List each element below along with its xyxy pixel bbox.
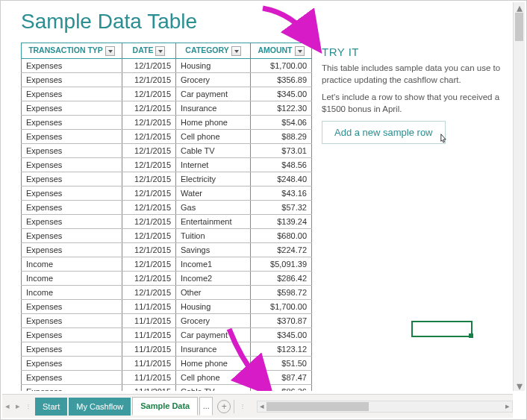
filter-dropdown-icon[interactable]	[295, 46, 305, 56]
cell-dt[interactable]: 12/1/2015	[122, 72, 176, 87]
scroll-left-icon[interactable]: ◂	[258, 401, 266, 412]
cell-am[interactable]: $57.32	[251, 200, 312, 214]
cell-dt[interactable]: 11/1/2015	[122, 370, 176, 384]
cell-ct[interactable]: Home phone	[176, 356, 251, 370]
table-row[interactable]: Expenses12/1/2015Insurance$122.30	[22, 101, 312, 115]
table-row[interactable]: Expenses12/1/2015Cable TV$73.01	[22, 143, 312, 157]
cell-tt[interactable]: Expenses	[22, 87, 122, 101]
filter-dropdown-icon[interactable]	[155, 46, 165, 56]
cell-dt[interactable]: 12/1/2015	[122, 172, 176, 186]
scroll-thumb[interactable]	[515, 13, 523, 41]
cell-dt[interactable]: 12/1/2015	[122, 186, 176, 200]
tab-start[interactable]: Start	[35, 398, 67, 416]
cell-dt[interactable]: 12/1/2015	[122, 58, 176, 72]
tab-nav-next-icon[interactable]: ▸	[13, 401, 23, 411]
tab-nav-prev-icon[interactable]: ◂	[2, 401, 13, 411]
cell-tt[interactable]: Expenses	[22, 242, 122, 257]
table-row[interactable]: Income12/1/2015Other$598.72	[22, 285, 312, 299]
cell-ct[interactable]: Electricity	[176, 172, 251, 186]
cell-dt[interactable]: 11/1/2015	[122, 356, 176, 370]
cell-tt[interactable]: Income	[22, 285, 122, 299]
cell-tt[interactable]: Expenses	[22, 172, 122, 186]
cell-tt[interactable]: Expenses	[22, 200, 122, 214]
cell-am[interactable]: $598.72	[251, 285, 312, 299]
cell-ct[interactable]: Housing	[176, 299, 251, 313]
cell-dt[interactable]: 11/1/2015	[122, 299, 176, 313]
cell-am[interactable]: $286.42	[251, 271, 312, 285]
cell-ct[interactable]: Grocery	[176, 72, 251, 87]
cell-am[interactable]: $51.50	[251, 356, 312, 370]
cell-tt[interactable]: Expenses	[22, 214, 122, 228]
table-row[interactable]: Income12/1/2015Income2$286.42	[22, 271, 312, 285]
cell-dt[interactable]: 12/1/2015	[122, 129, 176, 143]
cell-dt[interactable]: 12/1/2015	[122, 285, 176, 299]
cell-ct[interactable]: Grocery	[176, 313, 251, 327]
table-row[interactable]: Expenses11/1/2015Insurance$123.12	[22, 342, 312, 356]
cell-am[interactable]: $356.89	[251, 72, 312, 87]
cell-tt[interactable]: Expenses	[22, 72, 122, 87]
table-row[interactable]: Expenses12/1/2015Home phone$54.06	[22, 115, 312, 129]
cell-am[interactable]: $248.40	[251, 172, 312, 186]
cell-tt[interactable]: Expenses	[22, 143, 122, 157]
cell-ct[interactable]: Gas	[176, 200, 251, 214]
col-amount[interactable]: AMOUNT	[251, 43, 312, 59]
table-row[interactable]: Expenses12/1/2015Car payment$345.00	[22, 87, 312, 101]
cell-dt[interactable]: 11/1/2015	[122, 327, 176, 342]
cell-tt[interactable]: Expenses	[22, 313, 122, 327]
filter-dropdown-icon[interactable]	[231, 46, 241, 56]
cell-ct[interactable]: Cell phone	[176, 129, 251, 143]
scroll-down-icon[interactable]: ▾	[514, 380, 526, 391]
cell-am[interactable]: $224.72	[251, 242, 312, 257]
table-row[interactable]: Expenses12/1/2015Tuition$680.00	[22, 228, 312, 242]
cell-dt[interactable]: 12/1/2015	[122, 271, 176, 285]
cell-tt[interactable]: Expenses	[22, 129, 122, 143]
cell-am[interactable]: $86.36	[251, 384, 312, 391]
cell-dt[interactable]: 12/1/2015	[122, 214, 176, 228]
cell-tt[interactable]: Expenses	[22, 370, 122, 384]
table-row[interactable]: Expenses12/1/2015Cell phone$88.29	[22, 129, 312, 143]
table-row[interactable]: Expenses12/1/2015Gas$57.32	[22, 200, 312, 214]
cell-ct[interactable]: Car payment	[176, 87, 251, 101]
table-row[interactable]: Expenses12/1/2015Entertainment$139.24	[22, 214, 312, 228]
cell-ct[interactable]: Entertainment	[176, 214, 251, 228]
cell-dt[interactable]: 12/1/2015	[122, 257, 176, 271]
cell-dt[interactable]: 11/1/2015	[122, 384, 176, 391]
filter-dropdown-icon[interactable]	[105, 46, 115, 56]
cell-dt[interactable]: 12/1/2015	[122, 101, 176, 115]
cell-am[interactable]: $43.16	[251, 186, 312, 200]
cell-ct[interactable]: Cable TV	[176, 143, 251, 157]
table-row[interactable]: Expenses11/1/2015Housing$1,700.00	[22, 299, 312, 313]
cell-am[interactable]: $1,700.00	[251, 299, 312, 313]
cell-ct[interactable]: Tuition	[176, 228, 251, 242]
cell-am[interactable]: $54.06	[251, 115, 312, 129]
table-row[interactable]: Expenses11/1/2015Cable TV$86.36	[22, 384, 312, 391]
vertical-scrollbar[interactable]: ▴ ▾	[513, 2, 525, 391]
col-category[interactable]: CATEGORY	[176, 43, 251, 59]
cell-ct[interactable]: Cable TV	[176, 384, 251, 391]
cell-am[interactable]: $88.29	[251, 129, 312, 143]
cell-am[interactable]: $123.12	[251, 342, 312, 356]
cell-tt[interactable]: Expenses	[22, 356, 122, 370]
cell-am[interactable]: $370.87	[251, 313, 312, 327]
table-row[interactable]: Expenses12/1/2015Housing$1,700.00	[22, 58, 312, 72]
cell-ct[interactable]: Insurance	[176, 101, 251, 115]
cell-ct[interactable]: Income2	[176, 271, 251, 285]
table-row[interactable]: Expenses12/1/2015Internet$48.56	[22, 157, 312, 172]
cell-dt[interactable]: 12/1/2015	[122, 200, 176, 214]
cell-tt[interactable]: Expenses	[22, 101, 122, 115]
selected-cell[interactable]	[411, 321, 473, 337]
tab-sample-data[interactable]: Sample Data	[132, 397, 198, 416]
cell-dt[interactable]: 11/1/2015	[122, 342, 176, 356]
tab-my-cashflow[interactable]: My Cashflow	[69, 398, 131, 416]
cell-ct[interactable]: Home phone	[176, 115, 251, 129]
cell-tt[interactable]: Expenses	[22, 327, 122, 342]
tab-overflow[interactable]: ...	[199, 397, 213, 416]
table-row[interactable]: Expenses12/1/2015Electricity$248.40	[22, 172, 312, 186]
cell-dt[interactable]: 12/1/2015	[122, 228, 176, 242]
cell-am[interactable]: $48.56	[251, 157, 312, 172]
col-transaction-type[interactable]: TRANSACTION TYP	[22, 43, 122, 59]
table-row[interactable]: Expenses11/1/2015Car payment$345.00	[22, 327, 312, 342]
cell-tt[interactable]: Expenses	[22, 299, 122, 313]
cell-am[interactable]: $122.30	[251, 101, 312, 115]
cell-am[interactable]: $73.01	[251, 143, 312, 157]
